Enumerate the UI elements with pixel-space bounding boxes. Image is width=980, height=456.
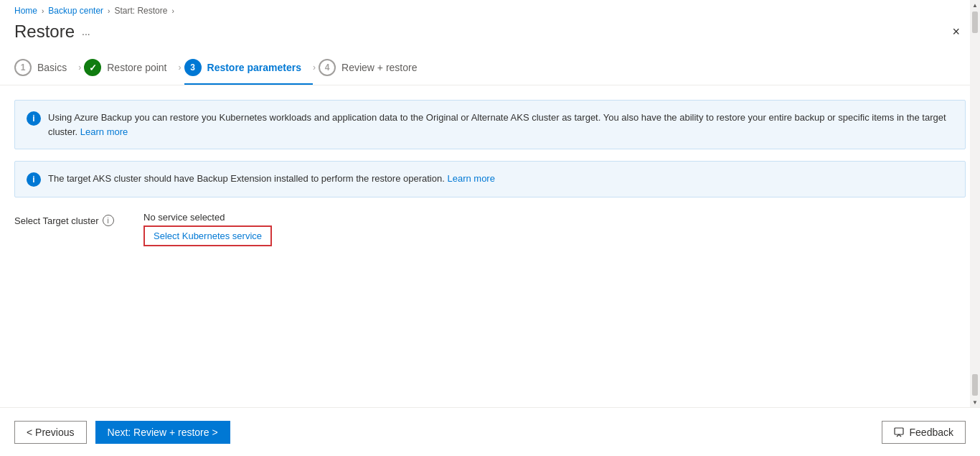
breadcrumb-sep-1: ›: [42, 7, 44, 15]
content-area: i Using Azure Backup you can restore you…: [0, 85, 980, 407]
scrollbar: ▲ ▼: [970, 0, 980, 407]
info-icon-2: i: [27, 172, 41, 187]
breadcrumb-sep-3: ›: [171, 7, 174, 15]
form-label-info-icon[interactable]: i: [103, 215, 114, 226]
step-restore-point-circle: ✓: [84, 59, 101, 76]
scroll-thumb-top: [972, 11, 978, 33]
page-title-ellipsis[interactable]: ...: [82, 26, 90, 37]
breadcrumb-current: Start: Restore: [114, 6, 167, 16]
form-row: Select Target cluster i No service selec…: [14, 212, 966, 246]
page-container: Home › Backup center › Start: Restore › …: [0, 0, 980, 456]
scroll-up-arrow[interactable]: ▲: [970, 0, 980, 10]
svg-rect-0: [895, 428, 903, 434]
breadcrumb-backup-center[interactable]: Backup center: [48, 6, 103, 16]
feedback-icon: [894, 427, 904, 437]
step-sep-1: ›: [78, 62, 84, 81]
no-service-text: No service selected: [143, 212, 272, 223]
step-review-restore[interactable]: 4 Review + restore: [319, 59, 428, 85]
step-basics-circle: 1: [14, 59, 32, 76]
breadcrumb-home[interactable]: Home: [14, 6, 37, 16]
step-basics-label: Basics: [37, 62, 67, 73]
scroll-down-arrow[interactable]: ▼: [970, 397, 980, 407]
step-restore-parameters-circle: 3: [184, 59, 202, 76]
previous-button[interactable]: < Previous: [14, 421, 87, 444]
feedback-button[interactable]: Feedback: [882, 421, 966, 444]
step-review-circle: 4: [319, 59, 336, 76]
step-active-underline: [184, 83, 314, 85]
info-text-1: Using Azure Backup you can restore you K…: [48, 111, 953, 139]
info-link-1[interactable]: Learn more: [80, 126, 128, 137]
step-review-label: Review + restore: [341, 62, 417, 73]
page-title-row: Restore ... ×: [0, 19, 980, 50]
page-title: Restore: [14, 22, 75, 42]
step-sep-3: ›: [313, 62, 319, 81]
info-box-1: i Using Azure Backup you can restore you…: [14, 100, 966, 149]
info-box-2: i The target AKS cluster should have Bac…: [14, 161, 966, 197]
info-link-2[interactable]: Learn more: [447, 173, 494, 184]
next-button[interactable]: Next: Review + restore >: [95, 421, 230, 444]
breadcrumb: Home › Backup center › Start: Restore ›: [0, 0, 980, 19]
select-kubernetes-service-button[interactable]: Select Kubernetes service: [143, 225, 272, 246]
step-sep-2: ›: [179, 62, 184, 81]
step-restore-point[interactable]: ✓ Restore point: [84, 59, 178, 85]
steps-container: 1 Basics › ✓ Restore point › 3 Restore p…: [0, 50, 980, 85]
scroll-thumb-bottom: [972, 374, 978, 396]
main-content: Home › Backup center › Start: Restore › …: [0, 0, 980, 456]
breadcrumb-sep-2: ›: [108, 7, 110, 15]
info-icon-1: i: [27, 111, 41, 126]
step-basics[interactable]: 1 Basics: [14, 59, 78, 85]
step-restore-parameters-label: Restore parameters: [207, 62, 302, 73]
info-text-2: The target AKS cluster should have Backu…: [48, 172, 495, 186]
form-label-target-cluster: Select Target cluster i: [14, 212, 129, 226]
footer: < Previous Next: Review + restore > Feed…: [0, 407, 980, 456]
step-restore-parameters[interactable]: 3 Restore parameters: [184, 59, 314, 85]
step-restore-point-label: Restore point: [107, 62, 166, 73]
form-value-cluster: No service selected Select Kubernetes se…: [143, 212, 272, 246]
close-button[interactable]: ×: [946, 22, 966, 41]
